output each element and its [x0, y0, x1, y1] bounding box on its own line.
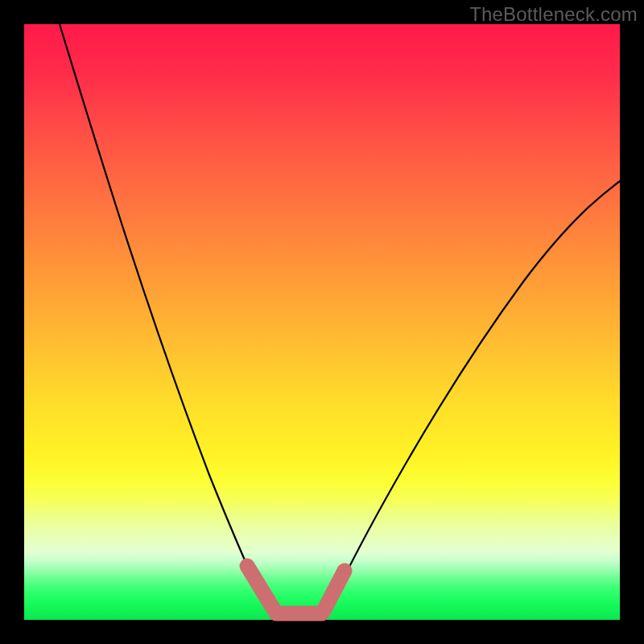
curve-left-branch	[60, 24, 262, 600]
curve-right-branch	[334, 181, 620, 597]
watermark-text: TheBottleneck.com	[469, 3, 638, 26]
marker-right	[324, 571, 345, 609]
marker-left	[247, 566, 274, 609]
curve-layer	[24, 24, 620, 620]
chart-stage: TheBottleneck.com	[0, 0, 644, 644]
plot-area	[24, 24, 620, 620]
